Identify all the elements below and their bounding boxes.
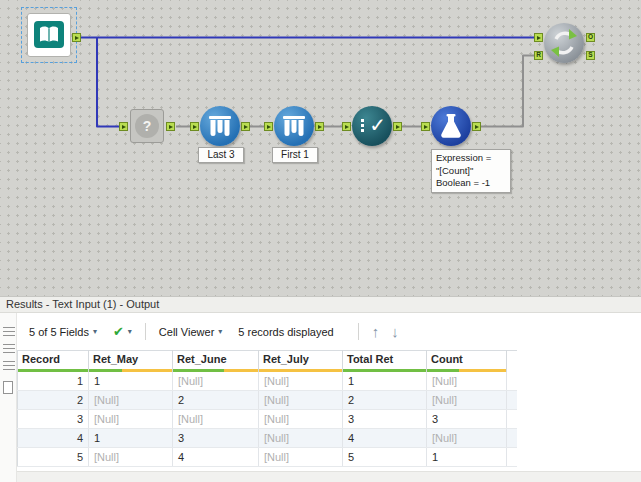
table-cell[interactable]: 5	[343, 448, 427, 467]
table-row[interactable]: 3[Null][Null][Null]33	[18, 410, 518, 429]
results-main-area: 5 of 5 Fields ▾ ✔ ▾ Cell Viewer ▾ 5 reco…	[17, 313, 641, 482]
workflow-canvas[interactable]: ? Last 3 First 1 ✓	[0, 0, 641, 296]
results-layout-button[interactable]	[3, 327, 15, 338]
record-number-cell[interactable]: 3	[18, 410, 89, 429]
table-cell[interactable]: 4	[343, 429, 427, 448]
sample-tool-first1[interactable]	[274, 106, 314, 146]
sample-tool-last3[interactable]	[200, 106, 240, 146]
input-anchor[interactable]	[190, 122, 199, 131]
table-cell[interactable]: 3	[427, 410, 507, 429]
results-panel-header[interactable]: Results - Text Input (1) - Output	[0, 296, 641, 313]
table-row[interactable]: 413[Null]4[Null]	[18, 429, 518, 448]
table-cell[interactable]: 4	[173, 448, 259, 467]
table-row[interactable]: 5[Null]4[Null]51	[18, 448, 518, 467]
table-cell[interactable]: [Null]	[259, 448, 343, 467]
table-header-row: RecordRet_MayRet_JuneRet_JulyTotal RetCo…	[18, 351, 518, 372]
down-arrow-button[interactable]: ↓	[391, 323, 399, 340]
results-panel: 5 of 5 Fields ▾ ✔ ▾ Cell Viewer ▾ 5 reco…	[0, 313, 641, 482]
results-page-button[interactable]	[3, 381, 13, 394]
input-anchor[interactable]	[264, 122, 273, 131]
output-anchor[interactable]	[393, 122, 402, 131]
data-quality-bar	[18, 369, 88, 372]
record-number-cell[interactable]: 2	[18, 391, 89, 410]
toolbar-separator	[358, 323, 359, 340]
toolbar-separator	[145, 323, 146, 340]
output-anchor[interactable]	[472, 122, 481, 131]
record-number-cell[interactable]: 4	[18, 429, 89, 448]
table-cell[interactable]: [Null]	[427, 429, 507, 448]
cell-viewer-dropdown[interactable]: Cell Viewer ▾	[159, 326, 222, 338]
disabled-tool[interactable]: ?	[130, 109, 164, 143]
output-anchor[interactable]	[72, 33, 81, 42]
table-cell[interactable]: 3	[173, 429, 259, 448]
column-header[interactable]: Count	[427, 351, 507, 372]
table-cell[interactable]: [Null]	[427, 372, 507, 391]
annotation-first1[interactable]: First 1	[272, 147, 318, 163]
data-quality-bar	[89, 369, 172, 372]
table-cell[interactable]: [Null]	[173, 410, 259, 429]
field-filter-check-button[interactable]: ✔ ▾	[113, 324, 132, 339]
input-anchor[interactable]	[119, 122, 128, 131]
output-anchor[interactable]	[166, 122, 175, 131]
empty-header	[507, 351, 518, 372]
output-anchor[interactable]	[315, 122, 324, 131]
column-header[interactable]: Ret_July	[259, 351, 343, 372]
iterative-macro-tool[interactable]	[544, 23, 584, 63]
table-cell[interactable]: [Null]	[89, 391, 173, 410]
horizontal-scrollbar[interactable]	[17, 471, 641, 482]
chevron-down-icon: ▾	[218, 327, 222, 336]
select-tool[interactable]: ✓	[352, 106, 392, 146]
table-cell[interactable]: 1	[427, 448, 507, 467]
column-header[interactable]: Ret_May	[89, 351, 173, 372]
test-tubes-icon	[211, 120, 230, 136]
connection-wire[interactable]	[481, 56, 534, 127]
results-layout-button[interactable]	[3, 361, 15, 372]
text-input-tool[interactable]	[27, 13, 71, 57]
table-cell[interactable]: [Null]	[89, 448, 173, 467]
table-cell[interactable]: 1	[89, 429, 173, 448]
macro-input-anchor-r[interactable]: R	[534, 51, 543, 60]
column-header[interactable]: Ret_June	[173, 351, 259, 372]
annotation-last3[interactable]: Last 3	[198, 147, 244, 163]
refresh-arrows-icon	[544, 23, 584, 63]
table-row[interactable]: 11[Null][Null]1[Null]	[18, 372, 518, 391]
connection-wire[interactable]	[97, 38, 119, 127]
table-cell[interactable]: [Null]	[427, 391, 507, 410]
table-cell[interactable]: 1	[343, 372, 427, 391]
results-panel-title: Results - Text Input (1) - Output	[6, 298, 159, 310]
results-toolbar: 5 of 5 Fields ▾ ✔ ▾ Cell Viewer ▾ 5 reco…	[17, 313, 641, 350]
table-cell[interactable]: [Null]	[173, 372, 259, 391]
chevron-down-icon: ▾	[93, 327, 97, 336]
table-cell[interactable]: [Null]	[259, 372, 343, 391]
column-header[interactable]: Record	[18, 351, 89, 372]
table-cell[interactable]: 2	[343, 391, 427, 410]
flask-icon	[431, 106, 471, 146]
macro-input-anchor[interactable]	[534, 33, 543, 42]
table-row[interactable]: 2[Null]2[Null]2[Null]	[18, 391, 518, 410]
table-cell[interactable]: 1	[89, 372, 173, 391]
table-cell[interactable]: 2	[173, 391, 259, 410]
column-header[interactable]: Total Ret	[343, 351, 427, 372]
data-quality-bar	[427, 369, 506, 372]
fields-dropdown-label: 5 of 5 Fields	[29, 326, 89, 338]
results-layout-button[interactable]	[3, 344, 15, 355]
check-icon: ✓	[369, 113, 386, 137]
table-cell[interactable]: [Null]	[259, 429, 343, 448]
formula-annotation-line: "[Count]"	[436, 165, 506, 178]
record-number-cell[interactable]: 1	[18, 372, 89, 391]
output-anchor[interactable]	[241, 122, 250, 131]
table-cell[interactable]: 3	[343, 410, 427, 429]
input-anchor[interactable]	[342, 122, 351, 131]
macro-output-anchor-s[interactable]: S	[586, 51, 595, 60]
table-cell[interactable]: [Null]	[259, 391, 343, 410]
chevron-down-icon: ▾	[128, 327, 132, 336]
record-number-cell[interactable]: 5	[18, 448, 89, 467]
macro-output-anchor-o[interactable]: O	[586, 33, 595, 42]
input-anchor[interactable]	[421, 122, 430, 131]
formula-tool[interactable]	[431, 106, 471, 146]
fields-dropdown[interactable]: 5 of 5 Fields ▾	[29, 326, 97, 338]
up-arrow-button[interactable]: ↑	[372, 323, 380, 340]
formula-annotation[interactable]: Expression = "[Count]" Boolean = -1	[431, 149, 511, 193]
table-cell[interactable]: [Null]	[259, 410, 343, 429]
table-cell[interactable]: [Null]	[89, 410, 173, 429]
